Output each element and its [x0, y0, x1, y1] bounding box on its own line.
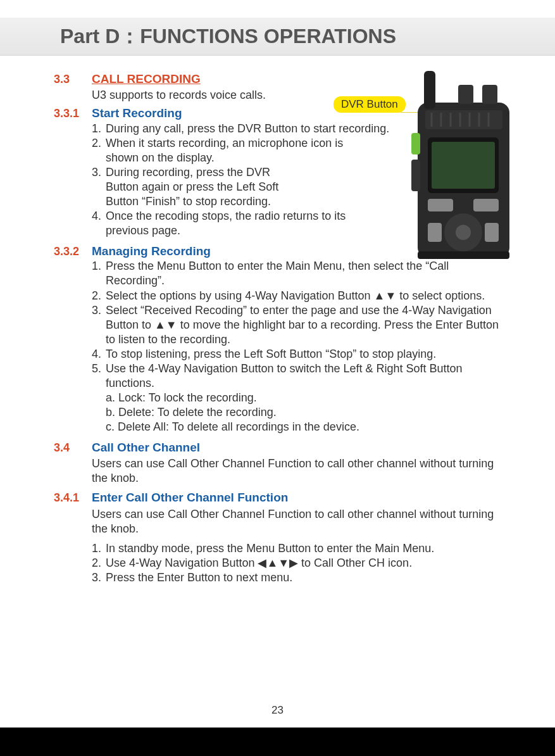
- list-item: 1. Press the Menu Button to enter the Ma…: [92, 259, 508, 288]
- sub-item: c. Delete All: To delete all recordings …: [106, 420, 508, 434]
- section-3-4-1-heading: 3.4.1 Enter Call Other Channel Function: [54, 491, 508, 505]
- list-item: 3. During recording, press the DVR Butto…: [92, 165, 508, 209]
- list-item: 3. Select “Received Recoding” to enter t…: [92, 303, 508, 347]
- section-title: CALL RECORDING: [92, 72, 201, 86]
- section-title: Start Recording: [92, 106, 182, 120]
- page-footer-black-bar: [0, 728, 555, 756]
- sub-item: a. Lock: To lock the recording.: [106, 391, 508, 405]
- section-number: 3.4.1: [54, 491, 92, 505]
- section-3-3-intro: U3 supports to records voice calls.: [92, 88, 508, 103]
- page-header-title: Part D：FUNCTIONS OPERATIONS: [60, 23, 396, 51]
- section-3-3-2-list: 1. Press the Menu Button to enter the Ma…: [92, 259, 508, 434]
- list-item: 5. Use the 4-Way Navigation Button to sw…: [92, 362, 508, 391]
- section-3-4-heading: 3.4 Call Other Channel: [54, 441, 508, 455]
- list-item: 4. Once the recoding stops, the radio re…: [92, 209, 508, 238]
- section-title: Call Other Channel: [92, 441, 200, 455]
- list-item: 3. Press the Enter Button to next menu.: [92, 570, 508, 585]
- section-number: 3.3.2: [54, 244, 92, 259]
- section-3-4-intro: Users can use Call Other Channel Functio…: [92, 457, 508, 486]
- list-item: 1. In standby mode, press the Menu Butto…: [92, 541, 508, 556]
- page-header-bar: Part D：FUNCTIONS OPERATIONS: [0, 18, 555, 56]
- section-number: 3.3: [54, 72, 92, 87]
- section-3-3-1-list: 1. During any call, press the DVR Button…: [92, 122, 508, 238]
- page-number: 23: [0, 704, 555, 717]
- manual-page: Part D：FUNCTIONS OPERATIONS DVR Button: [0, 0, 555, 756]
- list-item: 1. During any call, press the DVR Button…: [92, 122, 508, 136]
- section-number: 3.3.1: [54, 106, 92, 121]
- list-item: 2. Select the options by using 4-Way Nav…: [92, 289, 508, 303]
- section-3-3-heading: 3.3 CALL RECORDING: [54, 72, 508, 87]
- section-title: Enter Call Other Channel Function: [92, 491, 288, 505]
- section-3-4-1-intro: Users can use Call Other Channel Functio…: [92, 507, 508, 536]
- section-3-3-2-heading: 3.3.2 Managing Recording: [54, 244, 508, 259]
- section-number: 3.4: [54, 441, 92, 455]
- section-title: Managing Recording: [92, 244, 211, 258]
- content-area: 3.3 CALL RECORDING U3 supports to record…: [0, 70, 555, 585]
- list-item: 2. Use 4-Way Navigation Button ◀▲▼▶ to C…: [92, 556, 508, 570]
- section-3-4-1-list: 1. In standby mode, press the Menu Butto…: [92, 541, 508, 585]
- list-item: 2. When it starts recording, an micropho…: [92, 136, 508, 165]
- list-item: 4. To stop listening, press the Left Sof…: [92, 347, 508, 362]
- sub-item: b. Delete: To delete the recording.: [106, 405, 508, 420]
- section-3-3-1-heading: 3.3.1 Start Recording: [54, 106, 508, 121]
